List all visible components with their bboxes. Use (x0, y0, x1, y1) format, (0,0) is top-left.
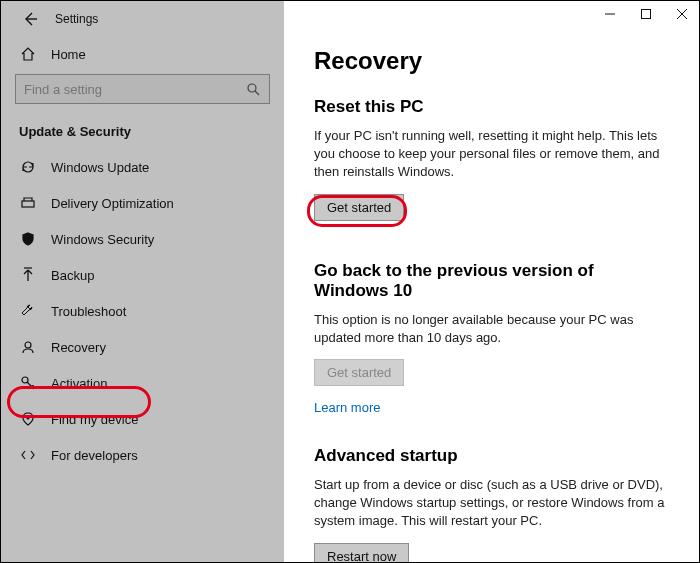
section-advanced-startup: Advanced startup Start up from a device … (314, 446, 671, 562)
sidebar-item-windows-update[interactable]: Windows Update (1, 149, 284, 185)
minimize-button[interactable] (603, 7, 617, 21)
learn-more-link[interactable]: Learn more (314, 400, 380, 415)
advanced-heading: Advanced startup (314, 446, 671, 466)
maximize-button[interactable] (639, 7, 653, 21)
svg-point-4 (25, 342, 31, 348)
backup-icon (19, 267, 37, 283)
svg-rect-2 (22, 201, 34, 207)
home-icon (19, 46, 37, 62)
sidebar-item-backup[interactable]: Backup (1, 257, 284, 293)
shield-icon (19, 231, 37, 247)
reset-body: If your PC isn't running well, resetting… (314, 127, 671, 182)
wrench-icon (19, 303, 37, 319)
reset-get-started-button[interactable]: Get started (314, 194, 404, 221)
search-input[interactable] (15, 74, 270, 104)
sidebar-item-home[interactable]: Home (1, 36, 284, 70)
sync-icon (19, 159, 37, 175)
sidebar-item-label: Windows Update (51, 160, 149, 175)
svg-line-1 (255, 91, 259, 95)
section-reset-this-pc: Reset this PC If your PC isn't running w… (314, 97, 671, 221)
sidebar-item-troubleshoot[interactable]: Troubleshoot (1, 293, 284, 329)
sidebar-item-label: Activation (51, 376, 107, 391)
code-icon (19, 447, 37, 463)
home-label: Home (51, 47, 86, 62)
sidebar-section-header: Update & Security (1, 112, 284, 149)
sidebar-item-label: Delivery Optimization (51, 196, 174, 211)
window-title: Settings (55, 12, 98, 26)
svg-point-6 (27, 417, 30, 420)
sidebar-item-label: Recovery (51, 340, 106, 355)
sidebar-item-for-developers[interactable]: For developers (1, 437, 284, 473)
reset-heading: Reset this PC (314, 97, 671, 117)
sidebar-item-find-my-device[interactable]: Find my device (1, 401, 284, 437)
delivery-icon (19, 195, 37, 211)
location-icon (19, 411, 37, 427)
sidebar-item-label: Troubleshoot (51, 304, 126, 319)
recovery-icon (19, 339, 37, 355)
restart-now-button[interactable]: Restart now (314, 543, 409, 563)
sidebar-item-label: Find my device (51, 412, 138, 427)
content-pane: Recovery Reset this PC If your PC isn't … (284, 1, 699, 562)
sidebar-item-label: Backup (51, 268, 94, 283)
svg-rect-8 (642, 10, 651, 19)
search-icon (246, 82, 260, 96)
sidebar-item-windows-security[interactable]: Windows Security (1, 221, 284, 257)
svg-point-0 (248, 84, 256, 92)
close-button[interactable] (675, 7, 689, 21)
goback-get-started-button: Get started (314, 359, 404, 386)
advanced-body: Start up from a device or disc (such as … (314, 476, 671, 531)
sidebar-item-recovery[interactable]: Recovery (1, 329, 284, 365)
sidebar-item-label: Windows Security (51, 232, 154, 247)
page-title: Recovery (314, 47, 671, 75)
activation-icon (19, 375, 37, 391)
back-button[interactable] (21, 10, 39, 28)
goback-heading: Go back to the previous version of Windo… (314, 261, 671, 301)
sidebar: Settings Home Update & Security Windows … (1, 1, 284, 562)
section-go-back: Go back to the previous version of Windo… (314, 261, 671, 416)
sidebar-item-delivery-optimization[interactable]: Delivery Optimization (1, 185, 284, 221)
goback-body: This option is no longer available becau… (314, 311, 671, 347)
sidebar-item-label: For developers (51, 448, 138, 463)
sidebar-item-activation[interactable]: Activation (1, 365, 284, 401)
